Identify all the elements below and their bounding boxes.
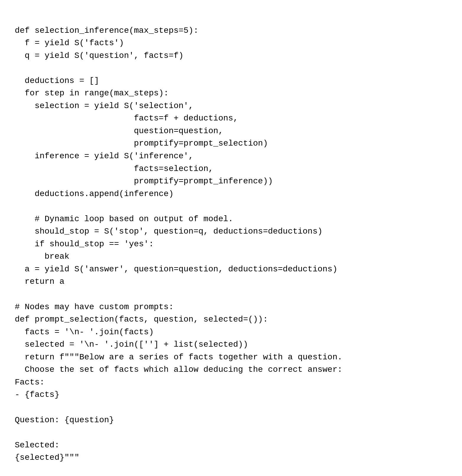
code-line: Question: {question} bbox=[15, 414, 447, 427]
code-line: inference = yield S('inference', bbox=[15, 150, 447, 163]
code-line: return f"""Below are a series of facts t… bbox=[15, 351, 447, 364]
code-line: def prompt_selection(facts, question, se… bbox=[15, 313, 447, 326]
code-line: q = yield S('question', facts=f) bbox=[15, 50, 447, 62]
code-container: def selection_inference(max_steps=5): f … bbox=[15, 12, 447, 464]
code-line bbox=[15, 426, 447, 439]
code-line: if should_stop == 'yes': bbox=[15, 238, 447, 251]
code-line: facts = '\n- '.join(facts) bbox=[15, 326, 447, 339]
code-line: selection = yield S('selection', bbox=[15, 100, 447, 113]
code-line: a = yield S('answer', question=question,… bbox=[15, 263, 447, 276]
code-line: promptify=prompt_selection) bbox=[15, 137, 447, 150]
code-line bbox=[15, 62, 447, 75]
code-line: facts=f + deductions, bbox=[15, 112, 447, 125]
code-line bbox=[15, 200, 447, 213]
code-line: Facts: bbox=[15, 376, 447, 389]
code-line: f = yield S('facts') bbox=[15, 37, 447, 50]
code-line: return a bbox=[15, 276, 447, 288]
code-line bbox=[15, 401, 447, 414]
code-line: question=question, bbox=[15, 125, 447, 138]
code-line: # Nodes may have custom prompts: bbox=[15, 301, 447, 314]
code-line: should_stop = S('stop', question=q, dedu… bbox=[15, 225, 447, 238]
code-line: promptify=prompt_inference)) bbox=[15, 175, 447, 188]
code-line: - {facts} bbox=[15, 389, 447, 401]
code-line: # Dynamic loop based on output of model. bbox=[15, 213, 447, 226]
code-line: deductions = [] bbox=[15, 75, 447, 87]
code-line: Choose the set of facts which allow dedu… bbox=[15, 363, 447, 376]
code-line bbox=[15, 288, 447, 301]
code-line: def selection_inference(max_steps=5): bbox=[15, 25, 447, 37]
code-line: facts=selection, bbox=[15, 163, 447, 175]
code-line: Selected: bbox=[15, 439, 447, 452]
code-line: selected = '\n- '.join([''] + list(selec… bbox=[15, 338, 447, 351]
code-line: for step in range(max_steps): bbox=[15, 87, 447, 100]
code-line: break bbox=[15, 250, 447, 263]
code-line: deductions.append(inference) bbox=[15, 188, 447, 200]
code-line: {selected}""" bbox=[15, 451, 447, 464]
